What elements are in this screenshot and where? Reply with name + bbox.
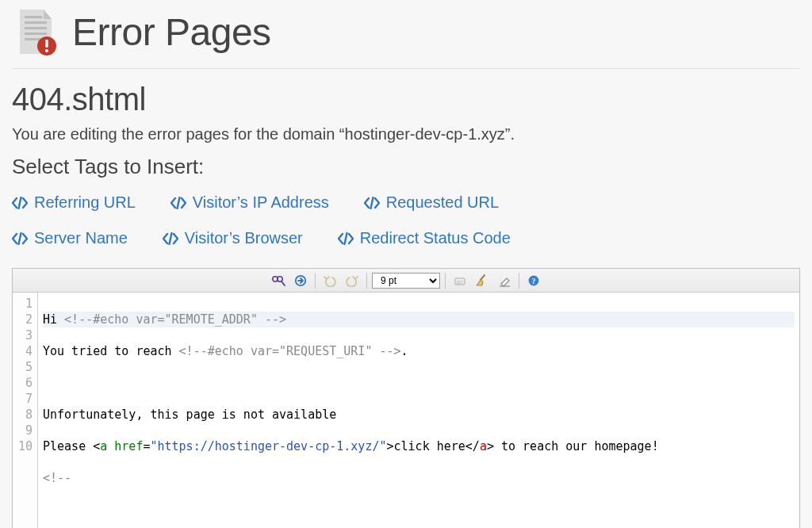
error-pages-icon xyxy=(12,8,59,55)
help-button[interactable]: ? xyxy=(524,272,543,289)
svg-rect-1 xyxy=(25,21,47,24)
tag-label: Server Name xyxy=(34,229,128,247)
goto-button[interactable] xyxy=(291,272,310,289)
svg-rect-6 xyxy=(45,40,48,48)
line-number-gutter: 1 2 3 4 5 6 7 8 9 10 xyxy=(13,293,38,528)
code-content[interactable]: Hi <!--#echo var="REMOTE_ADDR" --> You t… xyxy=(38,293,799,528)
tag-label: Visitor’s Browser xyxy=(185,229,303,247)
tag-label: Redirect Status Code xyxy=(360,229,511,247)
editor-toolbar: 9 pt ab ? xyxy=(13,269,799,293)
code-icon xyxy=(338,232,354,245)
code-icon xyxy=(364,197,380,209)
tag-referring-url[interactable]: Referring URL xyxy=(12,193,136,212)
code-area[interactable]: 1 2 3 4 5 6 7 8 9 10 Hi <!--#echo var="R… xyxy=(13,293,799,528)
domain-description: You are editing the error pages for the … xyxy=(12,125,800,143)
select-tags-heading: Select Tags to Insert: xyxy=(12,155,800,179)
tag-links: Referring URL Visitor’s IP Address Reque… xyxy=(12,193,800,247)
svg-text:?: ? xyxy=(532,277,536,285)
tag-redirect-status[interactable]: Redirect Status Code xyxy=(338,229,511,247)
tag-visitors-browser[interactable]: Visitor’s Browser xyxy=(163,229,303,247)
code-icon xyxy=(163,232,178,245)
tag-server-name[interactable]: Server Name xyxy=(12,229,128,247)
code-editor: 9 pt ab ? 1 2 3 4 5 6 xyxy=(12,268,800,528)
tag-requested-url[interactable]: Requested URL xyxy=(364,193,499,212)
svg-rect-3 xyxy=(25,33,47,35)
page-title: Error Pages xyxy=(72,10,271,54)
toolbar-separator xyxy=(315,273,316,289)
svg-rect-4 xyxy=(25,38,40,40)
page-header: Error Pages xyxy=(12,8,800,69)
tag-label: Requested URL xyxy=(386,193,499,212)
find-button[interactable] xyxy=(269,272,288,289)
svg-rect-2 xyxy=(25,27,47,29)
toolbar-separator xyxy=(366,273,367,289)
svg-rect-0 xyxy=(25,16,42,18)
highlight-button[interactable]: ab xyxy=(450,272,469,289)
toolbar-separator xyxy=(519,273,519,289)
tag-label: Visitor’s IP Address xyxy=(193,193,329,212)
eraser-button[interactable] xyxy=(495,272,514,289)
tag-label: Referring URL xyxy=(34,193,136,212)
font-size-select[interactable]: 9 pt xyxy=(372,273,440,289)
toolbar-separator xyxy=(445,273,446,289)
svg-text:ab: ab xyxy=(457,278,464,285)
code-icon xyxy=(170,197,186,209)
file-name-heading: 404.shtml xyxy=(12,82,800,117)
broom-button[interactable] xyxy=(473,272,492,289)
redo-button[interactable] xyxy=(343,272,362,289)
tag-visitors-ip[interactable]: Visitor’s IP Address xyxy=(170,193,329,212)
undo-button[interactable] xyxy=(320,272,339,289)
svg-point-7 xyxy=(45,49,48,52)
code-icon xyxy=(12,232,28,245)
code-icon xyxy=(12,197,28,209)
